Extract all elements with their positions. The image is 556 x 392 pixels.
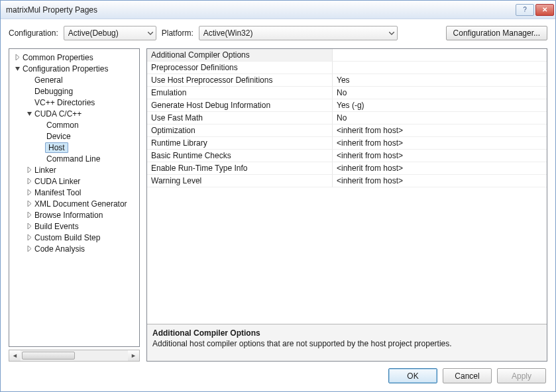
tree-collapsed-icon[interactable] <box>25 234 33 240</box>
property-value[interactable] <box>333 49 547 62</box>
tree-collapsed-icon[interactable] <box>25 201 33 207</box>
tree-item[interactable]: Code Analysis <box>9 243 139 254</box>
property-row[interactable]: Additional Compiler Options <box>147 49 547 62</box>
tree-item[interactable]: Custom Build Step <box>9 232 139 243</box>
dialog-window: matrixMul Property Pages ? ✕ Configurati… <box>0 0 556 392</box>
property-name: Generate Host Debug Information <box>147 99 333 112</box>
close-button[interactable]: ✕ <box>535 4 554 16</box>
property-value[interactable]: No <box>333 112 547 124</box>
tree-item-label: General <box>33 75 64 85</box>
tree-item-label: Configuration Properties <box>21 64 109 74</box>
platform-dropdown[interactable]: Active(Win32) <box>199 26 398 40</box>
property-row[interactable]: Enable Run-Time Type Info<inherit from h… <box>147 162 547 175</box>
tree-item[interactable]: Build Events <box>9 220 139 232</box>
property-value[interactable]: No <box>333 87 547 99</box>
property-row[interactable]: Preprocessor Definitions <box>147 62 547 74</box>
configuration-manager-button[interactable]: Configuration Manager... <box>446 26 547 40</box>
tree-hscrollbar[interactable]: ◄ ► <box>9 350 140 362</box>
tree-item[interactable]: CUDA C/C++ <box>9 108 139 119</box>
tree-item-label: Build Events <box>33 222 80 231</box>
tree-item-label: Device <box>45 132 72 141</box>
property-value[interactable]: Yes <box>333 74 547 87</box>
tree-item-label: Manifest Tool <box>33 188 82 197</box>
close-icon: ✕ <box>542 6 547 13</box>
ok-button[interactable]: OK <box>388 368 437 383</box>
tree-item-label: Common <box>45 121 80 130</box>
tree-item[interactable]: XML Document Generator <box>9 198 139 209</box>
configuration-label: Configuration: <box>9 28 58 38</box>
tree-item[interactable]: VC++ Directories <box>9 97 139 108</box>
chevron-down-icon <box>389 32 394 35</box>
tree-expanded-icon[interactable] <box>25 111 33 117</box>
titlebar: matrixMul Property Pages ? ✕ <box>1 1 555 19</box>
property-row[interactable]: Use Host Preprocessor DefinitionsYes <box>147 74 547 87</box>
scroll-right-icon[interactable]: ► <box>128 350 139 361</box>
property-name: Basic Runtime Checks <box>147 150 333 162</box>
tree-collapsed-icon[interactable] <box>25 246 33 252</box>
property-value[interactable]: Yes (-g) <box>333 99 547 112</box>
tree-collapsed-icon[interactable] <box>25 189 33 195</box>
property-name: Warning Level <box>147 175 333 187</box>
property-value[interactable] <box>333 62 547 74</box>
tree-item[interactable]: Command Line <box>9 153 139 164</box>
tree-item-label: CUDA C/C++ <box>33 109 83 119</box>
property-value[interactable]: <inherit from host> <box>333 162 547 175</box>
apply-button[interactable]: Apply <box>497 368 546 383</box>
titlebar-buttons: ? ✕ <box>514 4 554 16</box>
tree-expanded-icon[interactable] <box>13 66 21 72</box>
description-text: Additional host compiler options that ar… <box>152 339 541 348</box>
tree-collapsed-icon[interactable] <box>25 223 33 229</box>
tree-collapsed-icon[interactable] <box>13 54 21 60</box>
tree-panel: Common PropertiesConfiguration Propertie… <box>9 48 140 362</box>
tree-collapsed-icon[interactable] <box>25 167 33 173</box>
property-row[interactable]: Use Fast MathNo <box>147 112 547 124</box>
property-name: Use Host Preprocessor Definitions <box>147 74 333 87</box>
description-panel: Additional Compiler Options Additional h… <box>147 324 547 361</box>
tree-item[interactable]: Configuration Properties <box>9 63 139 74</box>
property-name: Emulation <box>147 87 333 99</box>
body: Common PropertiesConfiguration Propertie… <box>1 46 555 362</box>
tree-item-label: Common Properties <box>21 53 95 62</box>
property-value[interactable]: <inherit from host> <box>333 124 547 137</box>
tree-item-label: Linker <box>33 166 58 175</box>
tree-item[interactable]: Linker <box>9 164 139 175</box>
tree-item-label: Browse Information <box>33 211 104 220</box>
help-button[interactable]: ? <box>516 4 534 16</box>
chevron-down-icon <box>148 32 153 35</box>
property-row[interactable]: Generate Host Debug InformationYes (-g) <box>147 99 547 112</box>
tree-item-label: Debugging <box>33 87 74 96</box>
platform-label: Platform: <box>162 28 194 38</box>
property-row[interactable]: Warning Level<inherit from host> <box>147 175 547 187</box>
property-grid[interactable]: Additional Compiler OptionsPreprocessor … <box>147 49 547 324</box>
scroll-left-icon[interactable]: ◄ <box>9 350 21 361</box>
tree-item[interactable]: CUDA Linker <box>9 175 139 187</box>
property-value[interactable]: <inherit from host> <box>333 175 547 187</box>
tree-item[interactable]: Common Properties <box>9 52 139 63</box>
tree-item-label: Host <box>45 142 68 153</box>
property-row[interactable]: EmulationNo <box>147 87 547 99</box>
tree-item[interactable]: Host <box>9 142 139 153</box>
property-value[interactable]: <inherit from host> <box>333 137 547 150</box>
tree-item[interactable]: Common <box>9 119 139 130</box>
tree-item-label: VC++ Directories <box>33 98 96 107</box>
tree-item[interactable]: Manifest Tool <box>9 187 139 198</box>
property-name: Optimization <box>147 124 333 137</box>
property-row[interactable]: Runtime Library<inherit from host> <box>147 137 547 150</box>
tree-item[interactable]: Debugging <box>9 85 139 97</box>
scroll-thumb[interactable] <box>22 352 75 360</box>
dialog-buttons: OK Cancel Apply <box>1 362 555 391</box>
window-title: matrixMul Property Pages <box>6 5 514 15</box>
tree-item[interactable]: Browse Information <box>9 209 139 220</box>
description-title: Additional Compiler Options <box>152 328 541 338</box>
property-value[interactable]: <inherit from host> <box>333 150 547 162</box>
tree-collapsed-icon[interactable] <box>25 212 33 218</box>
tree[interactable]: Common PropertiesConfiguration Propertie… <box>9 48 140 347</box>
tree-item[interactable]: Device <box>9 130 139 142</box>
tree-item-label: Code Analysis <box>33 244 86 254</box>
tree-item[interactable]: General <box>9 74 139 85</box>
configuration-dropdown[interactable]: Active(Debug) <box>64 26 156 40</box>
property-row[interactable]: Basic Runtime Checks<inherit from host> <box>147 150 547 162</box>
tree-collapsed-icon[interactable] <box>25 178 33 184</box>
property-row[interactable]: Optimization<inherit from host> <box>147 124 547 137</box>
cancel-button[interactable]: Cancel <box>443 368 492 383</box>
